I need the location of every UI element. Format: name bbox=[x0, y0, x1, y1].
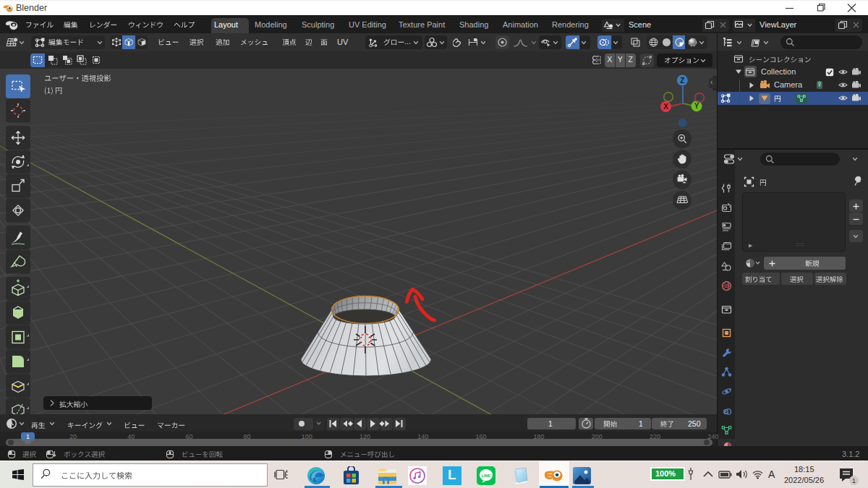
svg-text:1: 1 bbox=[852, 477, 856, 484]
svg-text:Y: Y bbox=[694, 102, 699, 110]
svg-text:LINE: LINE bbox=[482, 474, 491, 478]
svg-text:Z: Z bbox=[680, 77, 684, 85]
svg-text:X: X bbox=[663, 103, 668, 111]
